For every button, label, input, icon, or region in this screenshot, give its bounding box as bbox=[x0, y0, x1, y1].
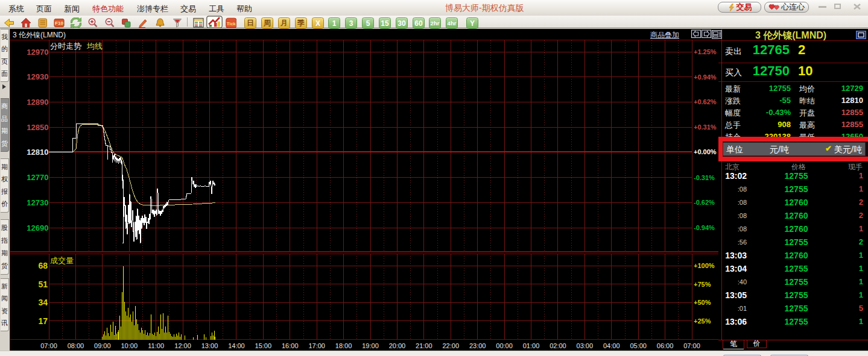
svg-text:+0.00%: +0.00% bbox=[694, 148, 717, 155]
svg-text:51: 51 bbox=[38, 279, 48, 289]
svg-text:12:00: 12:00 bbox=[174, 342, 191, 349]
svg-text:21:00: 21:00 bbox=[416, 342, 432, 349]
svg-text:+1.25%: +1.25% bbox=[694, 48, 717, 55]
svg-text:+0.94%: +0.94% bbox=[694, 73, 717, 81]
svg-text:12770: 12770 bbox=[27, 173, 48, 182]
svg-text:02:00: 02:00 bbox=[550, 342, 566, 349]
svg-text:08:00: 08:00 bbox=[68, 342, 84, 349]
svg-text:17:00: 17:00 bbox=[308, 342, 325, 349]
svg-text:+100%: +100% bbox=[694, 262, 715, 269]
svg-text:+75%: +75% bbox=[694, 281, 711, 288]
svg-text:09:00: 09:00 bbox=[94, 342, 111, 349]
svg-text:06:00: 06:00 bbox=[657, 342, 674, 349]
svg-text:成交量: 成交量 bbox=[50, 256, 74, 265]
svg-text:F10: F10 bbox=[55, 20, 63, 26]
svg-text:16:00: 16:00 bbox=[282, 342, 299, 349]
svg-text:01:00: 01:00 bbox=[523, 342, 540, 349]
svg-text:13:00: 13:00 bbox=[201, 342, 218, 349]
svg-text:12690: 12690 bbox=[27, 223, 48, 233]
svg-text:19:00: 19:00 bbox=[362, 342, 379, 349]
svg-text:+0.62%: +0.62% bbox=[694, 98, 717, 105]
svg-text:12930: 12930 bbox=[27, 72, 48, 81]
svg-text:+0.31%: +0.31% bbox=[694, 123, 717, 131]
svg-text:23:00: 23:00 bbox=[469, 342, 486, 349]
svg-text:11:00: 11:00 bbox=[148, 342, 164, 349]
svg-text:+25%: +25% bbox=[694, 317, 711, 325]
svg-text:12810: 12810 bbox=[27, 148, 48, 157]
svg-text:17: 17 bbox=[38, 316, 48, 326]
svg-text:12970: 12970 bbox=[27, 48, 48, 57]
svg-text:-0.62%: -0.62% bbox=[694, 199, 715, 206]
svg-text:15:00: 15:00 bbox=[255, 342, 272, 349]
svg-text:03:00: 03:00 bbox=[577, 342, 594, 349]
svg-text:10:00: 10:00 bbox=[121, 342, 138, 349]
svg-text:12730: 12730 bbox=[27, 198, 48, 207]
svg-text:-0.94%: -0.94% bbox=[694, 224, 715, 231]
svg-text:20:00: 20:00 bbox=[389, 342, 406, 349]
svg-text:05:00: 05:00 bbox=[630, 342, 647, 349]
svg-text:3 伦外镍(LMND): 3 伦外镍(LMND) bbox=[13, 31, 66, 39]
svg-text:34: 34 bbox=[38, 298, 48, 307]
svg-text:00:00: 00:00 bbox=[496, 342, 513, 349]
svg-text:04:00: 04:00 bbox=[603, 342, 620, 349]
svg-text:均线: 均线 bbox=[86, 42, 103, 51]
svg-text:12850: 12850 bbox=[27, 123, 48, 132]
svg-text:07:00: 07:00 bbox=[683, 342, 700, 349]
svg-text:14:00: 14:00 bbox=[228, 342, 245, 349]
svg-text:07:00: 07:00 bbox=[40, 342, 57, 349]
svg-text:分时走势: 分时走势 bbox=[50, 42, 81, 51]
svg-text:22:00: 22:00 bbox=[442, 342, 459, 349]
svg-text:商品叠加: 商品叠加 bbox=[650, 31, 679, 39]
svg-text:+50%: +50% bbox=[694, 299, 711, 306]
svg-text:-0.31%: -0.31% bbox=[694, 174, 715, 181]
svg-text:12890: 12890 bbox=[27, 98, 48, 107]
svg-text:68: 68 bbox=[38, 261, 48, 270]
svg-text:18:00: 18:00 bbox=[335, 342, 352, 349]
svg-text:Tick: Tick bbox=[227, 20, 236, 26]
